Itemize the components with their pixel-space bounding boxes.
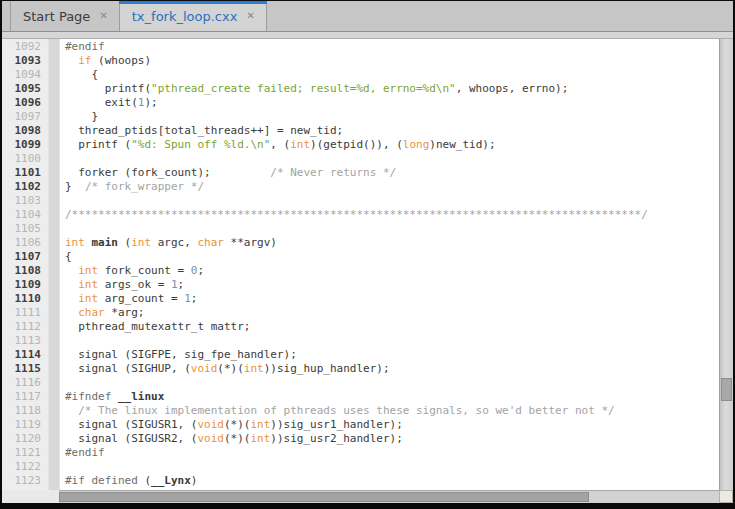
line-number[interactable]: 1116 <box>2 376 48 390</box>
line-number[interactable]: 1112 <box>2 320 48 334</box>
line-number[interactable]: 1108 <box>2 264 48 278</box>
fold-margin <box>48 418 60 432</box>
code-text: #ifndef __linux <box>60 390 164 404</box>
line-number[interactable]: 1103 <box>2 194 48 208</box>
line-number[interactable]: 1124 <box>2 488 48 490</box>
code-line[interactable]: 1098 thread_ptids[total_threads++] = new… <box>2 124 719 138</box>
code-text: /***************************************… <box>60 208 648 222</box>
line-number[interactable]: 1101 <box>2 166 48 180</box>
close-icon[interactable]: ✕ <box>245 10 255 22</box>
tab-start-page[interactable]: Start Page ✕ <box>10 1 120 31</box>
code-line[interactable]: 1115 signal (SIGHUP, (void(*)(int))sig_h… <box>2 362 719 376</box>
line-number[interactable]: 1099 <box>2 138 48 152</box>
code-line[interactable]: 1104/***********************************… <box>2 208 719 222</box>
code-line[interactable]: 1108 int fork_count = 0; <box>2 264 719 278</box>
editor-window: Start Page ✕ tx_fork_loop.cxx ✕ 1092#end… <box>2 1 733 503</box>
code-viewport[interactable]: 1092#endif1093 if (whoops)1094 {1095 pri… <box>2 39 719 490</box>
fold-margin <box>48 250 60 264</box>
code-line[interactable]: 1121#endif <box>2 446 719 460</box>
code-line[interactable]: 1118 /* The linux implementation of pthr… <box>2 404 719 418</box>
code-text: char *arg; <box>60 306 145 320</box>
code-line[interactable]: 1116 <box>2 376 719 390</box>
code-line[interactable]: 1114 signal (SIGFPE, sig_fpe_handler); <box>2 348 719 362</box>
line-number[interactable]: 1093 <box>2 54 48 68</box>
line-number[interactable]: 1097 <box>2 110 48 124</box>
vertical-scrollbar-thumb[interactable] <box>721 378 732 401</box>
line-number[interactable]: 1123 <box>2 474 48 488</box>
code-text: int fork_count = 0; <box>60 264 204 278</box>
line-number[interactable]: 1095 <box>2 82 48 96</box>
code-line[interactable]: 1099 printf ("%d: Spun off %ld.\n", (int… <box>2 138 719 152</box>
code-line[interactable]: 1106int main (int argc, char **argv) <box>2 236 719 250</box>
line-number[interactable]: 1100 <box>2 152 48 166</box>
code-line[interactable]: 1105 <box>2 222 719 236</box>
code-lines: 1092#endif1093 if (whoops)1094 {1095 pri… <box>2 40 719 490</box>
code-line[interactable]: 1094 { <box>2 68 719 82</box>
line-number[interactable]: 1117 <box>2 390 48 404</box>
code-line[interactable]: 1107{ <box>2 250 719 264</box>
code-text: thread_ptids[total_threads++] = new_tid; <box>60 124 343 138</box>
line-number[interactable]: 1111 <box>2 306 48 320</box>
line-number[interactable]: 1119 <box>2 418 48 432</box>
code-text: signal (SIGUSR1, (void(*)(int))sig_usr1_… <box>60 418 403 432</box>
code-line[interactable]: 1102} /* fork_wrapper */ <box>2 180 719 194</box>
line-number[interactable]: 1096 <box>2 96 48 110</box>
code-text <box>60 152 65 166</box>
fold-margin <box>48 180 60 194</box>
code-line[interactable]: 1093 if (whoops) <box>2 54 719 68</box>
code-line[interactable]: 1097 } <box>2 110 719 124</box>
code-line[interactable]: 1095 printf("pthread_create failed; resu… <box>2 82 719 96</box>
vertical-scrollbar[interactable] <box>719 39 733 490</box>
fold-margin <box>48 68 60 82</box>
line-number[interactable]: 1110 <box>2 292 48 306</box>
code-text: { <box>60 68 98 82</box>
code-line[interactable]: 1096 exit(1); <box>2 96 719 110</box>
scrollbar-corner <box>719 490 733 503</box>
line-number[interactable]: 1122 <box>2 460 48 474</box>
line-number[interactable]: 1098 <box>2 124 48 138</box>
line-number[interactable]: 1121 <box>2 446 48 460</box>
line-number[interactable]: 1107 <box>2 250 48 264</box>
code-line[interactable]: 1110 int arg_count = 1; <box>2 292 719 306</box>
gutter-footer <box>2 490 59 503</box>
code-line[interactable]: 1120 signal (SIGUSR2, (void(*)(int))sig_… <box>2 432 719 446</box>
line-number[interactable]: 1102 <box>2 180 48 194</box>
fold-margin <box>48 362 60 376</box>
line-number[interactable]: 1092 <box>2 40 48 54</box>
code-line[interactable]: 1111 char *arg; <box>2 306 719 320</box>
code-line[interactable]: 1117#ifndef __linux <box>2 390 719 404</box>
code-text <box>60 334 65 348</box>
code-line[interactable]: 1100 <box>2 152 719 166</box>
fold-margin <box>48 264 60 278</box>
line-number[interactable]: 1115 <box>2 362 48 376</box>
line-number[interactable]: 1120 <box>2 432 48 446</box>
code-line[interactable]: 1103 <box>2 194 719 208</box>
bottom-bar <box>2 490 733 503</box>
line-number[interactable]: 1094 <box>2 68 48 82</box>
code-line[interactable]: 1113 <box>2 334 719 348</box>
line-number[interactable]: 1118 <box>2 404 48 418</box>
code-line[interactable]: 1092#endif <box>2 40 719 54</box>
code-line[interactable]: 1122 <box>2 460 719 474</box>
line-number[interactable]: 1104 <box>2 208 48 222</box>
close-icon[interactable]: ✕ <box>98 10 108 22</box>
line-number[interactable]: 1106 <box>2 236 48 250</box>
code-text: pthread_mutexattr_t mattr; <box>60 320 250 334</box>
line-number[interactable]: 1105 <box>2 222 48 236</box>
code-line[interactable]: 1101 forker (fork_count); /* Never retur… <box>2 166 719 180</box>
tab-tx-fork-loop[interactable]: tx_fork_loop.cxx ✕ <box>119 1 267 31</box>
code-line[interactable]: 1123#if defined (__Lynx) <box>2 474 719 488</box>
horizontal-scrollbar[interactable] <box>59 490 719 503</box>
code-line[interactable]: 1119 signal (SIGUSR1, (void(*)(int))sig_… <box>2 418 719 432</box>
code-text: int main (int argc, char **argv) <box>60 236 277 250</box>
fold-margin <box>48 124 60 138</box>
code-text: } <box>60 110 98 124</box>
line-number[interactable]: 1109 <box>2 278 48 292</box>
horizontal-scrollbar-thumb[interactable] <box>59 492 589 502</box>
line-number[interactable]: 1114 <box>2 348 48 362</box>
fold-margin <box>48 446 60 460</box>
code-line[interactable]: 1109 int args_ok = 1; <box>2 278 719 292</box>
line-number[interactable]: 1113 <box>2 334 48 348</box>
code-line[interactable]: 1112 pthread_mutexattr_t mattr; <box>2 320 719 334</box>
code-text: signal (SIGHUP, (void(*)(int))sig_hup_ha… <box>60 362 390 376</box>
